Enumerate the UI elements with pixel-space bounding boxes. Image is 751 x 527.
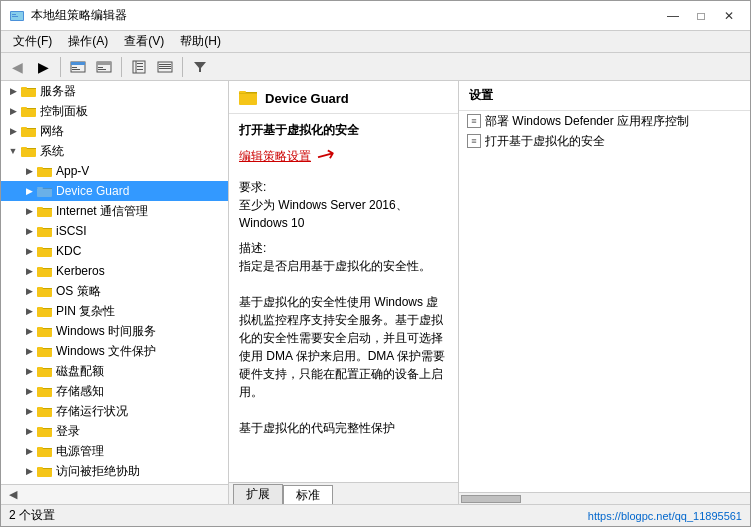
tree-item-deviceguard[interactable]: ▶ Device Guard [1, 181, 228, 201]
tree-item-kerberos[interactable]: ▶ Kerberos [1, 261, 228, 281]
svg-rect-40 [37, 208, 52, 217]
folder-icon-login [37, 424, 53, 438]
tree-item-storagesense[interactable]: ▶ 存储感知 [1, 381, 228, 401]
filter-button[interactable] [188, 56, 212, 78]
svg-rect-60 [37, 327, 43, 329]
left-pane-bottom-bar: ◀ [1, 484, 228, 504]
toolbar-btn-3[interactable] [127, 56, 151, 78]
expander-iscsi[interactable]: ▶ [21, 223, 37, 239]
tab-standard[interactable]: 标准 [283, 485, 333, 504]
svg-rect-18 [159, 64, 171, 65]
menu-action[interactable]: 操作(A) [60, 31, 116, 52]
right-pane-scrollbar[interactable] [459, 492, 750, 504]
svg-rect-75 [37, 427, 43, 429]
toolbar-btn-2[interactable] [92, 56, 116, 78]
folder-icon-wintime [37, 324, 53, 338]
folder-icon-storagehealth [37, 404, 53, 418]
tree-item-internet[interactable]: ▶ Internet 通信管理 [1, 201, 228, 221]
menu-file[interactable]: 文件(F) [5, 31, 60, 52]
tree-item-network[interactable]: ▶ 网络 [1, 121, 228, 141]
svg-rect-61 [37, 348, 52, 357]
tree-item-kdc[interactable]: ▶ KDC [1, 241, 228, 261]
svg-rect-3 [12, 16, 18, 17]
tree-item-iscsi[interactable]: ▶ iSCSI [1, 221, 228, 241]
tree-item-login[interactable]: ▶ 登录 [1, 421, 228, 441]
svg-rect-52 [37, 288, 52, 297]
toolbar-btn-4[interactable] [153, 56, 177, 78]
expander-controlpanel[interactable]: ▶ [5, 103, 21, 119]
tree-item-server[interactable]: ▶ 服务器 [1, 81, 228, 101]
section2: 要求: 至少为 Windows Server 2016、Windows 10 [239, 179, 448, 232]
right-list-item-virtualization[interactable]: ≡ 打开基于虚拟化的安全 [459, 131, 750, 151]
tree-item-wintime[interactable]: ▶ Windows 时间服务 [1, 321, 228, 341]
expander-ospolicy[interactable]: ▶ [21, 283, 37, 299]
expander-pin[interactable]: ▶ [21, 303, 37, 319]
folder-icon-kdc [37, 244, 53, 258]
menu-help[interactable]: 帮助(H) [172, 31, 229, 52]
toolbar-btn-1[interactable] [66, 56, 90, 78]
setting-icon-1: ≡ [467, 114, 481, 128]
expander-winfileprotect[interactable]: ▶ [21, 343, 37, 359]
svg-rect-5 [71, 62, 85, 65]
svg-rect-11 [98, 69, 106, 70]
left-pane-expand-btn[interactable]: ◀ [5, 487, 21, 502]
tree-label-winfileprotect: Windows 文件保护 [56, 343, 156, 360]
expander-powermgmt[interactable]: ▶ [21, 443, 37, 459]
tree-label-internet: Internet 通信管理 [56, 203, 148, 220]
expander-wintime[interactable]: ▶ [21, 323, 37, 339]
menu-view[interactable]: 查看(V) [116, 31, 172, 52]
tree-label-powermgmt: 电源管理 [56, 443, 104, 460]
back-button[interactable]: ◀ [5, 56, 29, 78]
tree-label-kerberos: Kerberos [56, 264, 105, 278]
tree-item-controlpanel[interactable]: ▶ 控制面板 [1, 101, 228, 121]
tree-item-system[interactable]: ▼ 系统 [1, 141, 228, 161]
close-button[interactable]: ✕ [716, 6, 742, 26]
svg-rect-57 [37, 307, 43, 309]
svg-marker-21 [194, 62, 206, 72]
svg-rect-24 [21, 87, 27, 89]
svg-rect-49 [37, 268, 52, 277]
expander-storagehealth[interactable]: ▶ [21, 403, 37, 419]
svg-rect-42 [37, 207, 43, 209]
tree-item-pin[interactable]: ▶ PIN 复杂性 [1, 301, 228, 321]
tree-item-powermgmt[interactable]: ▶ 电源管理 [1, 441, 228, 461]
expander-appv[interactable]: ▶ [21, 163, 37, 179]
folder-icon-system [21, 144, 37, 158]
expander-kerberos[interactable]: ▶ [21, 263, 37, 279]
forward-button[interactable]: ▶ [31, 56, 55, 78]
folder-icon-controlpanel [21, 104, 37, 118]
expander-diskquota[interactable]: ▶ [21, 363, 37, 379]
expander-login[interactable]: ▶ [21, 423, 37, 439]
tree-item-appv[interactable]: ▶ App-V [1, 161, 228, 181]
expander-kdc[interactable]: ▶ [21, 243, 37, 259]
expander-deviceguard[interactable]: ▶ [21, 183, 37, 199]
policy-settings-link[interactable]: 编辑策略设置 [239, 148, 311, 165]
maximize-button[interactable]: □ [688, 6, 714, 26]
tree-item-ospolicy[interactable]: ▶ OS 策略 [1, 281, 228, 301]
section1: 打开基于虚拟化的安全 编辑策略设置 ↙ [239, 122, 448, 169]
tree-label-controlpanel: 控制面板 [40, 103, 88, 120]
right-list-item-defender[interactable]: ≡ 部署 Windows Defender 应用程序控制 [459, 111, 750, 131]
svg-rect-78 [37, 447, 43, 449]
svg-rect-33 [21, 147, 27, 149]
svg-rect-25 [21, 108, 36, 117]
tree-container[interactable]: ▶ 服务器 ▶ 控制面板 [1, 81, 228, 484]
app-icon [9, 8, 25, 24]
tab-extend[interactable]: 扩展 [233, 484, 283, 504]
minimize-button[interactable]: — [660, 6, 686, 26]
expander-accessdenied[interactable]: ▶ [21, 463, 37, 479]
expander-system[interactable]: ▼ [5, 143, 21, 159]
tree-item-storagehealth[interactable]: ▶ 存储运行状况 [1, 401, 228, 421]
folder-icon-kerberos [37, 264, 53, 278]
expander-internet[interactable]: ▶ [21, 203, 37, 219]
expander-storagesense[interactable]: ▶ [21, 383, 37, 399]
tree-item-diskquota[interactable]: ▶ 磁盘配额 [1, 361, 228, 381]
scroll-thumb[interactable] [461, 495, 521, 503]
expander-network[interactable]: ▶ [5, 123, 21, 139]
expander-server[interactable]: ▶ [5, 83, 21, 99]
tree-item-accessdenied[interactable]: ▶ 访问被拒绝协助 [1, 461, 228, 481]
tree-item-winfileprotect[interactable]: ▶ Windows 文件保护 [1, 341, 228, 361]
svg-rect-54 [37, 287, 43, 289]
right-pane: 设置 ≡ 部署 Windows Defender 应用程序控制 ≡ 打开基于虚拟… [459, 81, 750, 504]
right-list-label-1: 部署 Windows Defender 应用程序控制 [485, 113, 689, 130]
